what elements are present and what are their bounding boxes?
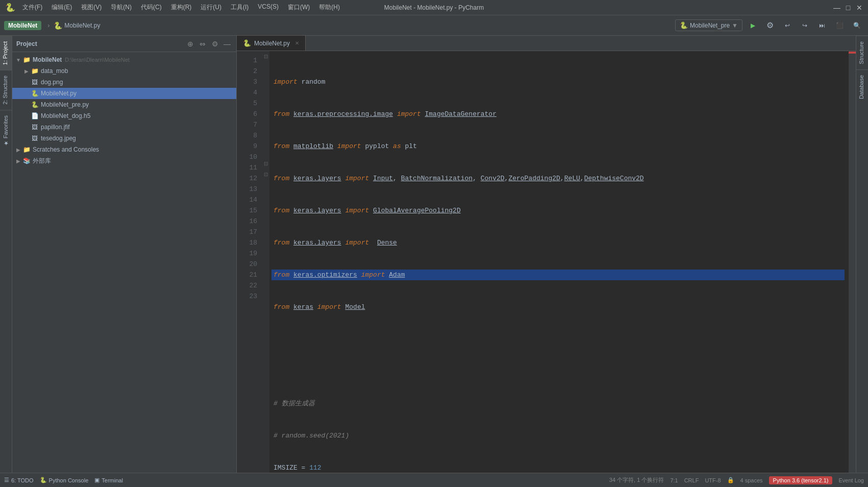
editor-tabs: 🐍 MobileNet.py ✕: [237, 36, 856, 51]
right-vertical-tabs: Structure Database: [856, 36, 868, 473]
sidebar-header: Project ⊕ ⇔ ⚙ —: [12, 36, 236, 52]
error-marker: [849, 52, 856, 54]
position: 7:1: [670, 477, 678, 483]
maximize-button[interactable]: □: [845, 4, 852, 11]
tree-item-mobilenet-pre-py[interactable]: 🐍 MobileNet_pre.py: [12, 99, 236, 110]
tree-label-papillon-jfif: papillon.jfif: [41, 124, 70, 131]
code-line-5: from keras.layers import GlobalAveragePo…: [271, 205, 845, 216]
sidebar-settings-icon[interactable]: ⊕: [185, 39, 195, 49]
code-line-11: # 数据生成器: [271, 398, 845, 409]
right-tab-database[interactable]: Database: [856, 69, 868, 104]
menu-navigate[interactable]: 导航(N): [107, 2, 136, 13]
tree-item-tesedog-jpeg[interactable]: 🖼 tesedog.jpeg: [12, 133, 236, 144]
window-controls: — □ ✕: [833, 4, 863, 11]
run-config-selector[interactable]: 🐍 MobileNet_pre ▼: [675, 19, 742, 31]
separator: ›: [47, 22, 49, 29]
todo-icon: ☰: [4, 477, 9, 483]
tree-item-data-mob[interactable]: ▶ 📁 data_mob: [12, 65, 236, 77]
terminal-item[interactable]: ▣ Terminal: [94, 477, 123, 483]
tree-label-tesedog-jpeg: tesedog.jpeg: [41, 135, 76, 142]
expand-icon-external: ▶: [14, 157, 22, 165]
menu-vcs[interactable]: VCS(S): [254, 2, 283, 13]
menu-code[interactable]: 代码(C): [137, 2, 166, 13]
left-tab-favorites[interactable]: ★ Favorites: [0, 110, 12, 152]
menu-edit[interactable]: 编辑(E): [47, 2, 76, 13]
tree-item-mobilenet-py[interactable]: 🐍 MobileNet.py: [12, 88, 236, 99]
left-tab-project[interactable]: 1: Project: [0, 36, 12, 70]
python-console-icon: 🐍: [40, 477, 47, 483]
image-icon-tesedog: 🖼: [31, 134, 39, 142]
menu-run[interactable]: 运行(U): [196, 2, 226, 13]
tab-python-icon: 🐍: [243, 39, 251, 47]
event-log-label[interactable]: Event Log: [838, 477, 864, 483]
python-icon-mobilenet-pre: 🐍: [31, 101, 39, 109]
redo-button[interactable]: ↪: [798, 18, 812, 33]
file-icon: 🐍: [54, 21, 62, 30]
run-button[interactable]: ▶: [746, 18, 760, 33]
tree-label-scratches: Scratches and Consoles: [33, 146, 99, 153]
undo-button[interactable]: ↩: [780, 18, 795, 33]
stop-button[interactable]: ⬛: [832, 18, 847, 33]
menu-view[interactable]: 视图(V): [77, 2, 106, 13]
lock-icon: 🔒: [727, 477, 734, 483]
h5-icon-moblientet: 📄: [31, 112, 39, 120]
char-info: 34 个字符, 1 个换行符: [609, 476, 664, 484]
folder-icon-root: 📁: [22, 56, 31, 64]
tree-item-dog-png[interactable]: 🖼 dog.png: [12, 77, 236, 88]
menu-help[interactable]: 帮助(H): [315, 2, 344, 13]
search-button[interactable]: 🔍: [850, 18, 864, 33]
line-ending: CRLF: [684, 477, 699, 483]
encoding: UTF-8: [705, 477, 721, 483]
code-line-1: import random: [271, 77, 845, 87]
todo-label: 6: TODO: [11, 477, 34, 483]
build-button[interactable]: ⚙: [763, 18, 777, 33]
python-console-label: Python Console: [49, 477, 89, 483]
image-icon-papillon: 🖼: [31, 123, 39, 131]
python-console-item[interactable]: 🐍 Python Console: [40, 477, 89, 483]
code-line-2: from keras.preprocessing.image import Im…: [271, 109, 845, 119]
sidebar-actions: ⊕ ⇔ ⚙ —: [185, 39, 232, 49]
code-editor[interactable]: import random from keras.preprocessing.i…: [269, 51, 849, 473]
sidebar-minimize-icon[interactable]: —: [222, 39, 232, 49]
code-line-4: from keras.layers import Input, BatchNor…: [271, 173, 845, 184]
tree-item-moblientet-dog-h5[interactable]: 📄 MoblieNet_dog.h5: [12, 110, 236, 121]
tree-label-mobilenet-py: MobileNet.py: [41, 90, 77, 97]
menu-window[interactable]: 窗口(W): [284, 2, 314, 13]
code-line-9: [271, 334, 845, 345]
sidebar-gear-icon[interactable]: ⚙: [210, 39, 220, 49]
minimize-button[interactable]: —: [833, 4, 840, 11]
tree-item-papillon-jfif[interactable]: 🖼 papillon.jfif: [12, 121, 236, 133]
code-line-10: [271, 366, 845, 377]
code-line-7: from keras.optimizers import Adam: [271, 270, 845, 280]
expand-icon-root: ▼: [14, 56, 22, 64]
right-tab-structure[interactable]: Structure: [856, 36, 868, 69]
menu-refactor[interactable]: 重构(R): [167, 2, 196, 13]
run-config-dropdown-icon: ▼: [732, 22, 738, 29]
project-badge: MobileNet: [4, 21, 41, 30]
tree-item-external-libs[interactable]: ▶ 📚 外部库: [12, 155, 236, 166]
tree-item-root[interactable]: ▼ 📁 MobileNet D:\leran\Dlearn\MobileNet: [12, 54, 236, 65]
editor-area: 🐍 MobileNet.py ✕ 12345 678910 1112131415…: [237, 36, 856, 473]
code-line-12: # random.seed(2021): [271, 430, 845, 441]
step-over-button[interactable]: ⏭: [815, 18, 829, 33]
menu-tools[interactable]: 工具(I): [227, 2, 253, 13]
editor-tab-mobilenet[interactable]: 🐍 MobileNet.py ✕: [237, 36, 306, 51]
main-content: 1: Project 2: Structure ★ Favorites Proj…: [0, 36, 868, 473]
expand-icon-scratches: ▶: [14, 145, 22, 154]
libs-icon: 📚: [22, 157, 31, 165]
code-line-6: from keras.layers import Dense: [271, 237, 845, 248]
title-bar: 🐍 文件(F) 编辑(E) 视图(V) 导航(N) 代码(C) 重构(R) 运行…: [0, 0, 868, 15]
left-tab-structure[interactable]: 2: Structure: [0, 70, 12, 110]
line-numbers: 12345 678910 1112131415 1617181920 21222…: [237, 51, 262, 473]
todo-item[interactable]: ☰ 6: TODO: [4, 477, 34, 483]
tab-close-icon[interactable]: ✕: [295, 40, 299, 46]
close-button[interactable]: ✕: [856, 4, 863, 11]
python-version-badge[interactable]: Python 3.6 (tensor2.1): [769, 476, 833, 484]
menu-file[interactable]: 文件(F): [18, 2, 46, 13]
sidebar-split-icon[interactable]: ⇔: [197, 39, 208, 49]
gutter: ⊡ ⊡ ⊡: [262, 51, 269, 473]
tree-item-scratches[interactable]: ▶ 📁 Scratches and Consoles: [12, 144, 236, 155]
indent: 4 spaces: [740, 477, 763, 483]
folder-icon-data-mob: 📁: [31, 67, 39, 75]
right-scrollbar[interactable]: [849, 51, 856, 473]
